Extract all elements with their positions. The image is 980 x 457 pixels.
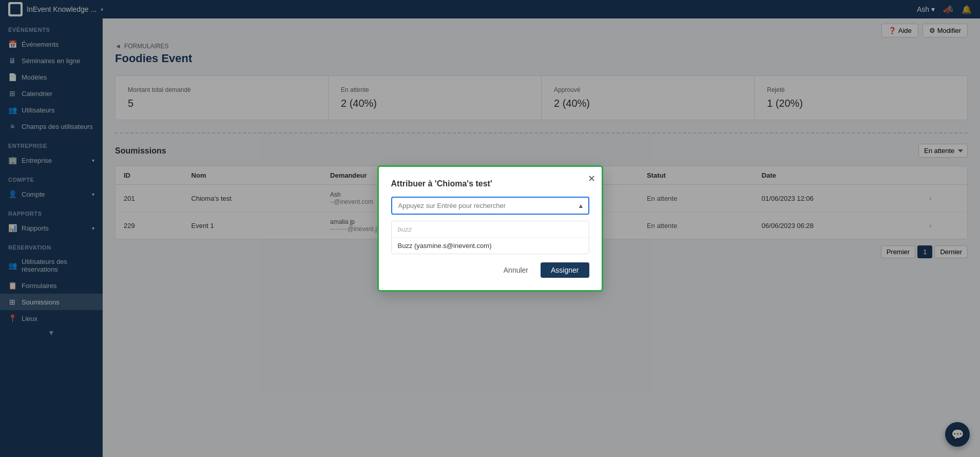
modal-close-button[interactable]: ✕ [588, 173, 595, 184]
search-dropdown-arrow-icon[interactable]: ▲ [578, 202, 584, 210]
modal-overlay[interactable]: Attribuer à 'Chioma's test' ✕ ▲ buzz Buz… [0, 0, 980, 457]
modal-search-container: ▲ [391, 197, 589, 215]
modal-actions: Annuler Assigner [391, 262, 589, 278]
modal-dropdown-search-term: buzz [392, 221, 589, 238]
modal-cancel-button[interactable]: Annuler [495, 262, 536, 278]
modal-dropdown: buzz Buzz (yasmine.s@inevent.com) [391, 221, 589, 254]
modal-search-input[interactable] [392, 198, 588, 214]
modal-title: Attribuer à 'Chioma's test' [391, 179, 589, 188]
assign-modal: Attribuer à 'Chioma's test' ✕ ▲ buzz Buz… [377, 165, 603, 292]
modal-dropdown-result[interactable]: Buzz (yasmine.s@inevent.com) [392, 238, 589, 254]
modal-assign-button[interactable]: Assigner [541, 262, 589, 278]
